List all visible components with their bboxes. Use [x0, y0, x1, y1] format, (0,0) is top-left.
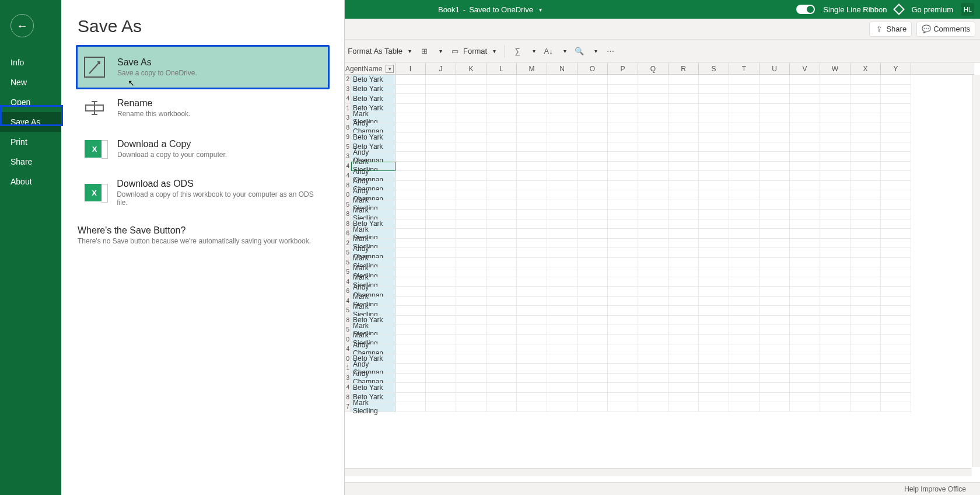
cell[interactable]	[820, 104, 850, 114]
cell[interactable]	[638, 287, 668, 297]
cell[interactable]	[426, 248, 456, 258]
cell[interactable]	[699, 306, 729, 316]
cell[interactable]	[638, 306, 668, 316]
cell[interactable]	[638, 354, 668, 364]
column-header-agentname[interactable]: AgentName ▾	[343, 63, 396, 74]
cell[interactable]	[820, 85, 850, 95]
cell[interactable]	[608, 383, 638, 393]
cell[interactable]	[729, 152, 760, 162]
cell[interactable]	[396, 94, 426, 104]
cell[interactable]	[760, 152, 790, 162]
cell[interactable]	[820, 239, 850, 249]
cell[interactable]	[547, 190, 578, 200]
cell[interactable]	[881, 162, 911, 172]
cell[interactable]	[517, 85, 547, 95]
cell[interactable]	[729, 123, 760, 133]
cell[interactable]	[456, 354, 487, 364]
cell[interactable]	[668, 335, 699, 345]
cell[interactable]	[517, 277, 547, 287]
cell[interactable]	[760, 364, 790, 374]
cell[interactable]	[820, 374, 850, 384]
cell[interactable]	[578, 258, 608, 268]
cell[interactable]	[668, 104, 699, 114]
cell[interactable]	[578, 393, 608, 403]
cell[interactable]	[517, 181, 547, 191]
cell[interactable]	[456, 258, 487, 268]
cell[interactable]	[456, 335, 487, 345]
cell[interactable]	[790, 402, 820, 412]
cell[interactable]	[517, 123, 547, 133]
cell[interactable]	[456, 297, 487, 306]
cell[interactable]	[699, 181, 729, 191]
cell[interactable]	[729, 142, 760, 152]
cell[interactable]	[820, 258, 850, 268]
cell[interactable]	[699, 104, 729, 114]
cell[interactable]	[456, 325, 487, 335]
cell[interactable]	[396, 229, 426, 239]
cell[interactable]	[790, 393, 820, 403]
cell[interactable]	[850, 94, 881, 104]
cell[interactable]	[396, 344, 426, 354]
cell[interactable]	[456, 239, 487, 249]
cell-agentname[interactable]: Andy Champan	[351, 344, 396, 354]
cell[interactable]	[578, 210, 608, 219]
table-row[interactable]: 8Beto Yark	[343, 393, 974, 403]
cell[interactable]	[638, 123, 668, 133]
cell[interactable]	[820, 402, 850, 412]
cell[interactable]	[547, 219, 578, 229]
cell[interactable]	[668, 133, 699, 142]
cell[interactable]	[517, 94, 547, 104]
cell[interactable]	[820, 248, 850, 258]
cell[interactable]	[608, 354, 638, 364]
cell[interactable]	[729, 162, 760, 172]
cell[interactable]	[487, 325, 517, 335]
cell[interactable]	[881, 239, 911, 249]
cell[interactable]	[426, 383, 456, 393]
cell[interactable]	[517, 113, 547, 123]
cell[interactable]	[699, 94, 729, 104]
cell[interactable]	[790, 210, 820, 219]
download-copy-option[interactable]: X Download a Copy Download a copy to you…	[78, 128, 328, 169]
cell[interactable]	[487, 219, 517, 229]
cell[interactable]	[790, 104, 820, 114]
cell[interactable]	[699, 142, 729, 152]
cell[interactable]	[699, 219, 729, 229]
cell[interactable]	[668, 316, 699, 326]
cell[interactable]	[456, 94, 487, 104]
cell[interactable]	[850, 200, 881, 210]
cell[interactable]	[487, 229, 517, 239]
cell[interactable]	[881, 267, 911, 277]
column-header[interactable]: Y	[881, 63, 911, 74]
cell[interactable]	[517, 75, 547, 85]
column-header[interactable]: O	[578, 63, 608, 74]
cell-agentname[interactable]: Andy Champan	[351, 123, 396, 133]
cell[interactable]	[396, 200, 426, 210]
save-status[interactable]: Saved to OneDrive	[469, 5, 533, 14]
cell[interactable]	[881, 219, 911, 229]
cell[interactable]	[396, 75, 426, 85]
cell[interactable]	[638, 325, 668, 335]
cell[interactable]	[760, 113, 790, 123]
cell[interactable]	[578, 297, 608, 306]
cell[interactable]	[668, 306, 699, 316]
cell[interactable]	[820, 325, 850, 335]
cell[interactable]	[881, 75, 911, 85]
cell[interactable]	[760, 85, 790, 95]
cell[interactable]	[820, 354, 850, 364]
cell[interactable]	[426, 94, 456, 104]
cell[interactable]	[729, 258, 760, 268]
cell[interactable]	[820, 277, 850, 287]
cell[interactable]	[729, 171, 760, 181]
cell[interactable]	[547, 354, 578, 364]
cell[interactable]	[426, 354, 456, 364]
cell[interactable]	[547, 277, 578, 287]
cell[interactable]	[456, 171, 487, 181]
cell[interactable]	[760, 354, 790, 364]
cell[interactable]	[699, 239, 729, 249]
cell[interactable]	[426, 190, 456, 200]
cell[interactable]	[820, 383, 850, 393]
cell[interactable]	[668, 190, 699, 200]
cell[interactable]	[668, 219, 699, 229]
cell[interactable]	[487, 239, 517, 249]
cell[interactable]	[547, 123, 578, 133]
